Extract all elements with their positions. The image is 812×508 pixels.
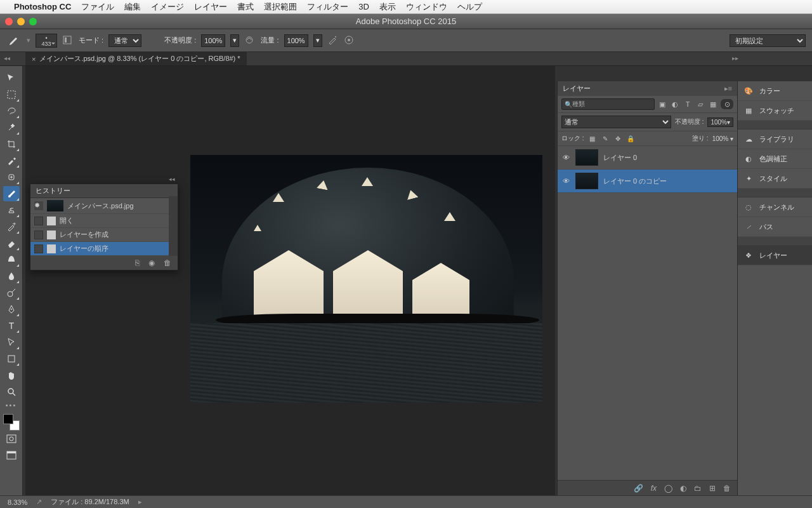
layer-filter-select[interactable]: 🔍 種類 (561, 98, 655, 110)
brush-tool-icon[interactable] (6, 33, 22, 48)
document-tab[interactable]: × メインパース.psd.jpg @ 8.33% (レイヤー 0 のコピー, R… (25, 52, 247, 65)
collapse-right-icon[interactable]: ▸▸ (732, 55, 738, 62)
menu-help[interactable]: ヘルプ (457, 1, 482, 13)
rectangle-tool[interactable] (3, 351, 20, 366)
pressure-size-icon[interactable] (344, 35, 355, 46)
path-selection-tool[interactable] (3, 335, 20, 350)
panel-adjustments[interactable]: ◐色調補正 (738, 149, 812, 169)
menu-edit[interactable]: 編集 (124, 1, 141, 13)
info-flyout-icon[interactable]: ▸ (138, 498, 142, 506)
lock-pixels-icon[interactable]: ✎ (601, 134, 610, 143)
collapse-left-icon[interactable]: ◂◂ (4, 55, 10, 62)
layer-row[interactable]: 👁 レイヤー 0 のコピー (558, 170, 737, 193)
brush-panel-toggle-icon[interactable] (62, 35, 74, 46)
filter-smart-icon[interactable]: ▦ (708, 99, 718, 109)
marquee-tool[interactable] (3, 87, 20, 102)
crop-tool[interactable] (3, 137, 20, 152)
gradient-tool[interactable] (3, 252, 20, 267)
visibility-icon[interactable]: 👁 (561, 177, 570, 185)
layer-mask-icon[interactable]: ◯ (664, 484, 672, 493)
quick-mask-icon[interactable] (3, 431, 20, 446)
history-scrollbar[interactable] (169, 196, 178, 256)
eraser-tool[interactable] (3, 236, 20, 251)
fill-value[interactable]: 100% ▾ (712, 135, 733, 142)
eyedropper-tool[interactable] (3, 153, 20, 168)
history-step[interactable]: 開く (30, 214, 178, 228)
new-snapshot-icon[interactable]: ◉ (148, 258, 155, 267)
lock-transparency-icon[interactable]: ▦ (588, 134, 597, 143)
pen-tool[interactable] (3, 302, 20, 317)
zoom-level[interactable]: 8.33% (8, 498, 27, 506)
lock-position-icon[interactable]: ✥ (613, 134, 622, 143)
link-layers-icon[interactable]: 🔗 (634, 484, 643, 493)
flow-flyout[interactable]: ▾ (313, 34, 322, 47)
visibility-icon[interactable]: 👁 (561, 153, 570, 162)
screen-mode-icon[interactable] (3, 448, 20, 463)
hand-tool[interactable] (3, 368, 20, 383)
menu-filter[interactable]: フィルター (307, 1, 348, 13)
layer-blend-select[interactable]: 通常 (561, 116, 671, 128)
share-icon[interactable]: ↗ (36, 498, 42, 506)
layer-opacity-value[interactable]: 100% ▾ (707, 117, 733, 127)
layer-group-icon[interactable]: 🗀 (694, 484, 702, 493)
clone-stamp-tool[interactable] (3, 203, 20, 218)
filter-type-icon[interactable]: T (683, 99, 693, 109)
edit-toolbar-icon[interactable]: ••• (3, 401, 20, 410)
menu-file[interactable]: ファイル (81, 1, 114, 13)
file-info[interactable]: ファイル : 89.2M/178.3M (51, 497, 129, 507)
menu-view[interactable]: 表示 (379, 1, 396, 13)
type-tool[interactable]: T (3, 318, 20, 333)
workspace-preset-select[interactable]: 初期設定 (730, 34, 806, 47)
color-swatch[interactable] (3, 414, 20, 431)
history-step[interactable]: レイヤーの順序 (30, 242, 178, 256)
panel-color[interactable]: 🎨カラー (738, 81, 812, 101)
delete-layer-icon[interactable]: 🗑 (723, 484, 731, 493)
snapshot-toggle[interactable]: ✸ (34, 201, 43, 210)
flow-value[interactable]: 100% (284, 34, 308, 47)
layer-row[interactable]: 👁 レイヤー 0 (558, 146, 737, 170)
panel-channels[interactable]: ◌チャンネル (738, 197, 812, 217)
dodge-tool[interactable] (3, 285, 20, 300)
blur-tool[interactable] (3, 269, 20, 284)
layer-fx-icon[interactable]: fx (651, 484, 657, 493)
lasso-tool[interactable] (3, 104, 20, 119)
adjustment-layer-icon[interactable]: ◐ (680, 484, 686, 493)
canvas-area[interactable] (25, 66, 555, 495)
menu-app[interactable]: Photoshop CC (14, 2, 71, 11)
history-snapshot[interactable]: ✸ メインパース.psd.jpg (30, 198, 178, 214)
opacity-flyout[interactable]: ▾ (230, 34, 239, 47)
filter-adjust-icon[interactable]: ◐ (670, 99, 680, 109)
filter-toggle-icon[interactable]: ⊙ (721, 99, 733, 109)
menu-image[interactable]: イメージ (151, 1, 184, 13)
lock-all-icon[interactable]: 🔒 (626, 134, 635, 143)
pressure-opacity-icon[interactable] (244, 35, 256, 46)
document-canvas[interactable] (190, 155, 542, 403)
panel-paths[interactable]: ⟋パス (738, 217, 812, 237)
panel-swatches[interactable]: ▦スウォッチ (738, 101, 812, 121)
opacity-value[interactable]: 100% (201, 34, 225, 47)
history-brush-tool[interactable] (3, 219, 20, 234)
menu-layer[interactable]: レイヤー (194, 1, 227, 13)
brush-tool[interactable] (3, 186, 20, 201)
panel-menu-icon[interactable]: ▸≡ (724, 84, 732, 93)
magic-wand-tool[interactable] (3, 120, 20, 135)
menu-window[interactable]: ウィンドウ (406, 1, 447, 13)
menu-type[interactable]: 書式 (237, 1, 254, 13)
menu-select[interactable]: 選択範囲 (264, 1, 297, 13)
move-tool[interactable] (3, 70, 20, 86)
history-step[interactable]: レイヤーを作成 (30, 228, 178, 242)
new-doc-from-state-icon[interactable]: ⎘ (135, 258, 140, 267)
panel-styles[interactable]: ✦スタイル (738, 169, 812, 189)
menu-3d[interactable]: 3D (358, 2, 369, 11)
healing-brush-tool[interactable] (3, 170, 20, 185)
delete-state-icon[interactable]: 🗑 (164, 258, 171, 267)
panel-layers-tab[interactable]: ❖レイヤー (738, 246, 812, 265)
zoom-tool[interactable] (3, 384, 20, 399)
blend-mode-select[interactable]: 通常 (108, 34, 141, 47)
new-layer-icon[interactable]: ⊞ (709, 484, 716, 493)
panel-libraries[interactable]: ☁ライブラリ (738, 130, 812, 149)
brush-preset-picker[interactable]: •433 (36, 34, 57, 48)
filter-shape-icon[interactable]: ▱ (695, 99, 705, 109)
close-tab-icon[interactable]: × (32, 55, 36, 63)
panel-collapse-icon[interactable]: ◂◂ (169, 176, 175, 182)
